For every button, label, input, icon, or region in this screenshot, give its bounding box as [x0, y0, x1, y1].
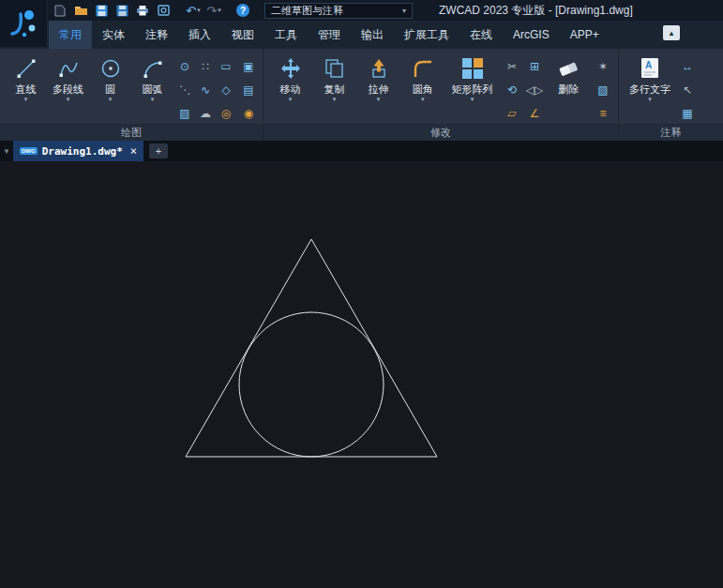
- offset-icon[interactable]: ⊞: [523, 54, 546, 78]
- multiple-points-icon[interactable]: ⋱: [174, 78, 195, 101]
- leader-icon[interactable]: ↖: [677, 78, 698, 101]
- ribbon-tab-output[interactable]: 输出: [351, 21, 394, 49]
- ribbon-tab-app-plus[interactable]: APP+: [560, 21, 610, 49]
- ribbon-tab-arcgis[interactable]: ArcGIS: [503, 21, 560, 49]
- titlebar: ↶ ▾ ↷ ▾ ? 二维草图与注释 ▾ ZWCAD 2023 专业版 - [Dr…: [0, 0, 723, 21]
- spline-icon[interactable]: ∿: [195, 78, 216, 101]
- tool-rect-array[interactable]: 矩形阵列 ▾: [445, 53, 499, 103]
- revision-cloud-icon[interactable]: ☁: [195, 101, 216, 125]
- save-glyph: [96, 5, 108, 17]
- chevron-down-icon[interactable]: ▾: [377, 96, 381, 103]
- tool-label: 移动: [280, 83, 301, 96]
- ribbon-tab-annotate[interactable]: 注释: [135, 21, 178, 49]
- tool-circle[interactable]: 圆 ▾: [90, 53, 130, 103]
- new-file-glyph: [54, 5, 66, 17]
- save-as-icon[interactable]: [114, 4, 129, 17]
- redo-icon[interactable]: ↷ ▾: [206, 4, 221, 17]
- tool-label: 直线: [16, 83, 37, 96]
- ribbon-tab-view[interactable]: 视图: [221, 21, 264, 49]
- svg-text:A: A: [645, 60, 652, 70]
- chevron-down-icon[interactable]: ▾: [333, 96, 337, 103]
- tool-move[interactable]: 移动 ▾: [269, 53, 311, 103]
- tool-polyline[interactable]: 多段线 ▾: [48, 53, 88, 103]
- panel-label-draw[interactable]: 绘图: [0, 125, 264, 141]
- point-icon[interactable]: ⊙: [174, 54, 195, 78]
- ellipse-icon[interactable]: ◇: [216, 78, 236, 101]
- ribbon-tab-solid[interactable]: 实体: [92, 21, 135, 49]
- redo-dropdown-icon[interactable]: ▾: [218, 7, 221, 14]
- copy-icon: [324, 54, 346, 83]
- scale-icon[interactable]: ▱: [501, 101, 523, 125]
- tool-fillet[interactable]: 圆角 ▾: [401, 53, 444, 103]
- table-icon[interactable]: ▦: [677, 101, 698, 125]
- divide-icon[interactable]: ∷: [195, 54, 216, 78]
- new-file-icon[interactable]: [53, 4, 68, 17]
- tool-erase[interactable]: 删除: [548, 53, 590, 96]
- help-icon[interactable]: ?: [236, 4, 249, 17]
- chevron-down-icon[interactable]: ▾: [151, 96, 155, 103]
- ribbon-tab-online[interactable]: 在线: [459, 21, 503, 49]
- ribbon-tab-insert[interactable]: 插入: [178, 21, 221, 49]
- panel-modify: 移动 ▾ 复制 ▾ 拉伸 ▾: [264, 49, 619, 124]
- canvas-svg: [0, 161, 723, 588]
- region-icon[interactable]: ▣: [238, 54, 259, 78]
- panel-draw: 直线 ▾ 多段线 ▾ 圆 ▾: [0, 49, 264, 124]
- panel-label-modify[interactable]: 修改: [264, 125, 619, 141]
- ribbon-tab-bar: 常用 实体 注释 插入 视图 工具 管理 输出 扩展工具 在线 ArcGIS A…: [0, 21, 723, 49]
- ribbon-collapse-icon[interactable]: ▴: [663, 25, 680, 40]
- chevron-down-icon[interactable]: ▾: [648, 96, 652, 103]
- dimension-icon[interactable]: ↔: [677, 54, 698, 78]
- mirror-icon[interactable]: ◁▷: [523, 78, 546, 101]
- chevron-down-icon[interactable]: ▾: [24, 96, 28, 103]
- explode-icon[interactable]: ✶: [592, 54, 614, 78]
- workspace-dropdown[interactable]: 二维草图与注释 ▾: [264, 3, 413, 19]
- rotate-icon[interactable]: ⟲: [501, 78, 523, 101]
- join-icon[interactable]: ≡: [592, 101, 614, 125]
- panel-label-annotate[interactable]: 注释: [619, 125, 723, 141]
- ribbon-tab-express[interactable]: 扩展工具: [394, 21, 459, 49]
- chevron-down-icon[interactable]: ▾: [109, 96, 113, 103]
- plot-icon[interactable]: [135, 4, 150, 17]
- rect-array-icon: [462, 54, 483, 83]
- open-icon[interactable]: [73, 4, 88, 17]
- rectangle-icon[interactable]: ▭: [216, 54, 236, 78]
- document-tab[interactable]: DWG Drawing1.dwg* ×: [13, 141, 143, 161]
- zwcad-logo[interactable]: [0, 0, 48, 47]
- doc-tabs-menu-icon[interactable]: ▼: [0, 147, 13, 156]
- ribbon-tab-home[interactable]: 常用: [49, 21, 92, 49]
- tool-stretch[interactable]: 拉伸 ▾: [357, 53, 399, 103]
- trim-icon[interactable]: ✂: [501, 54, 523, 78]
- preview-icon[interactable]: [156, 4, 171, 17]
- undo-dropdown-icon[interactable]: ▾: [197, 7, 201, 14]
- tool-label: 矩形阵列: [452, 83, 493, 96]
- plot-glyph: [136, 5, 149, 16]
- tool-line[interactable]: 直线 ▾: [6, 53, 46, 103]
- chevron-down-icon[interactable]: ▾: [67, 96, 70, 103]
- wipeout-icon[interactable]: ▤: [238, 78, 259, 101]
- match-properties-icon[interactable]: ▧: [592, 78, 614, 101]
- undo-arrow-glyph: ↶: [186, 5, 196, 17]
- ribbon: 直线 ▾ 多段线 ▾ 圆 ▾: [0, 49, 723, 124]
- ring-icon[interactable]: ◎: [216, 101, 236, 125]
- line-icon: [15, 54, 38, 83]
- chevron-down-icon[interactable]: ▾: [471, 96, 474, 103]
- ribbon-tab-manage[interactable]: 管理: [308, 21, 351, 49]
- chamfer-icon[interactable]: ∠: [523, 101, 546, 125]
- hatch-icon[interactable]: ▨: [174, 101, 195, 125]
- tool-copy[interactable]: 复制 ▾: [313, 53, 355, 103]
- ribbon-tab-tools[interactable]: 工具: [264, 21, 308, 49]
- save-icon[interactable]: [94, 4, 109, 17]
- tool-arc[interactable]: 圆弧 ▾: [132, 53, 173, 103]
- drawing-canvas[interactable]: [0, 161, 723, 588]
- annotate-extra-tools: ↔ ↖ ▦: [677, 54, 698, 125]
- chevron-down-icon[interactable]: ▾: [421, 96, 425, 103]
- fillet-icon: [412, 54, 434, 83]
- undo-icon[interactable]: ↶ ▾: [186, 4, 201, 17]
- new-document-tab-button[interactable]: +: [149, 143, 168, 158]
- close-icon[interactable]: ×: [130, 144, 137, 158]
- tool-mtext[interactable]: A 多行文字 ▾: [625, 53, 675, 103]
- document-tab-label: Drawing1.dwg*: [42, 145, 123, 158]
- chevron-down-icon[interactable]: ▾: [289, 96, 293, 103]
- donut-icon[interactable]: ◉: [238, 101, 259, 125]
- panel-annotate: A 多行文字 ▾ ↔ ↖ ▦: [619, 49, 723, 124]
